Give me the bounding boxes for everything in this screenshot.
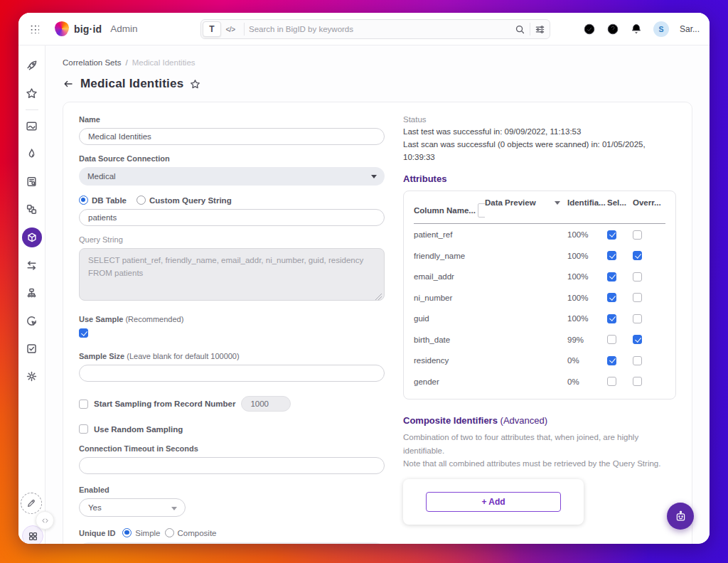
table-name-input[interactable]: [79, 209, 385, 226]
sidebar-item-settings[interactable]: [26, 370, 38, 382]
name-input[interactable]: [79, 128, 385, 145]
attribute-selected-checkbox[interactable]: [607, 314, 616, 323]
attribute-selected-checkbox[interactable]: [607, 377, 616, 386]
attribute-override-checkbox[interactable]: [633, 272, 642, 282]
user-avatar[interactable]: S: [653, 21, 669, 37]
composite-description: Combination of two to four attributes th…: [403, 431, 676, 470]
start-record-input[interactable]: [241, 396, 291, 412]
column-header-override[interactable]: Overr...: [633, 198, 665, 207]
collapse-sidebar-button[interactable]: [36, 511, 54, 530]
flame-icon: [26, 148, 38, 160]
search-text-mode-button[interactable]: T: [203, 21, 221, 37]
column-header-name-label: Column Name...: [414, 206, 476, 215]
health-check-icon[interactable]: [583, 23, 596, 36]
attribute-row: guid100%: [414, 308, 665, 329]
unique-id-row: Unique ID Simple Composite: [79, 528, 385, 537]
attribute-override-checkbox[interactable]: [633, 230, 642, 240]
query-string-label: Query String: [79, 235, 385, 244]
attribute-override-checkbox[interactable]: [633, 356, 642, 365]
attribute-selected-checkbox[interactable]: [607, 272, 616, 282]
help-icon[interactable]: [606, 23, 619, 36]
random-sampling-checkbox[interactable]: [79, 424, 88, 434]
column-name-filter-input[interactable]: [478, 203, 485, 218]
sidebar-item-data-rights[interactable]: [26, 315, 38, 327]
linked-boxes-icon: [26, 203, 38, 215]
db-table-radio[interactable]: DB Table: [79, 195, 127, 205]
sidebar-item-clusters[interactable]: [26, 287, 38, 299]
column-header-name[interactable]: Column Name...: [414, 198, 485, 218]
add-composite-button[interactable]: + Add: [426, 492, 561, 512]
advanced-filter-icon[interactable]: [535, 24, 545, 35]
sidebar-divider: [26, 109, 38, 110]
robot-icon: [674, 510, 687, 523]
sidebar-item-classification[interactable]: [26, 203, 38, 215]
use-sample-checkbox[interactable]: [79, 328, 88, 338]
attribute-override-checkbox[interactable]: [633, 293, 642, 302]
sidebar-item-getting-started[interactable]: [26, 60, 38, 72]
brand-suffix: Admin: [110, 23, 137, 34]
unique-id-composite-label: Composite: [178, 529, 217, 537]
unique-id-simple-radio[interactable]: Simple: [122, 528, 160, 537]
column-header-selected[interactable]: Sel...: [607, 198, 633, 207]
attribute-selected-checkbox[interactable]: [607, 230, 616, 240]
radio-icon: [79, 195, 88, 205]
sidebar-item-favorites[interactable]: [26, 87, 38, 100]
search-icon[interactable]: [515, 24, 525, 35]
use-sample-label-suffix: (Recommended): [125, 315, 183, 323]
attribute-selected-checkbox[interactable]: [607, 335, 616, 344]
user-name[interactable]: Sar...: [680, 24, 700, 34]
unique-id-select[interactable]: guid: [79, 542, 385, 544]
status-last-test: Last test was successful in: 09/09/2022,…: [403, 126, 676, 139]
attribute-selected-checkbox[interactable]: [607, 356, 616, 365]
start-sampling-checkbox[interactable]: [79, 400, 88, 409]
attribute-override-checkbox[interactable]: [633, 314, 642, 323]
breadcrumb-parent[interactable]: Correlation Sets: [63, 58, 121, 67]
unique-id-composite-radio[interactable]: Composite: [165, 528, 217, 537]
data-source-select[interactable]: Medical: [79, 167, 385, 186]
enabled-label: Enabled: [79, 486, 385, 494]
brand-logo[interactable]: big·id Admin: [55, 21, 138, 36]
column-header-preview[interactable]: Data Preview: [485, 198, 567, 207]
page-title: Medical Identities: [80, 77, 183, 91]
notifications-bell-icon[interactable]: [630, 23, 643, 36]
sidebar-item-correlation-active[interactable]: [22, 227, 42, 247]
attribute-identifiability: 100%: [567, 252, 607, 260]
attribute-override-checkbox[interactable]: [633, 251, 642, 260]
sample-size-label-suffix: (Leave blank for default 100000): [127, 352, 239, 360]
db-table-radio-label: DB Table: [92, 196, 127, 205]
sidebar-item-dashboard[interactable]: [26, 120, 38, 132]
sidebar-item-discovery[interactable]: [26, 176, 38, 188]
rocket-icon: [26, 60, 38, 72]
back-arrow-icon[interactable]: [63, 78, 74, 90]
attributes-rows: patient_ref100%friendly_name100%email_ad…: [414, 224, 665, 392]
global-search: T </>: [200, 19, 550, 39]
enabled-select[interactable]: Yes: [79, 498, 186, 517]
attribute-override-checkbox[interactable]: [633, 335, 642, 344]
favorite-star-icon[interactable]: [190, 79, 200, 90]
chevron-down-icon: [171, 507, 177, 510]
circle-pointer-icon: [26, 315, 38, 327]
chevron-down-icon: [371, 175, 377, 178]
search-input[interactable]: [249, 25, 515, 33]
assistant-fab-button[interactable]: [667, 503, 694, 530]
column-header-identifiability[interactable]: Identifia...: [567, 198, 607, 207]
timeout-input[interactable]: [79, 457, 385, 474]
attribute-identifiability: 100%: [567, 272, 607, 281]
search-code-mode-button[interactable]: </>: [221, 21, 240, 37]
annotate-button[interactable]: [21, 493, 42, 514]
composite-description-line2: Note that all combined attributes must b…: [403, 457, 676, 470]
sidebar-item-hotspots[interactable]: [26, 148, 38, 160]
sample-size-input[interactable]: [79, 365, 385, 382]
attribute-selected-checkbox[interactable]: [607, 251, 616, 260]
attribute-override-checkbox[interactable]: [633, 377, 642, 386]
attribute-selected-checkbox[interactable]: [607, 293, 616, 302]
custom-query-radio[interactable]: Custom Query String: [136, 195, 232, 205]
attribute-row: friendly_name100%: [414, 245, 665, 267]
chevron-down-icon[interactable]: [555, 201, 560, 205]
sidebar-item-tasks[interactable]: [26, 343, 38, 355]
enabled-value: Yes: [88, 503, 102, 512]
query-string-textarea[interactable]: SELECT patient_ref, friendly_name, email…: [79, 248, 385, 301]
sidebar-item-transfers[interactable]: [26, 259, 38, 272]
waffle-menu-icon[interactable]: [30, 24, 39, 33]
attribute-name: email_addr: [414, 272, 485, 281]
